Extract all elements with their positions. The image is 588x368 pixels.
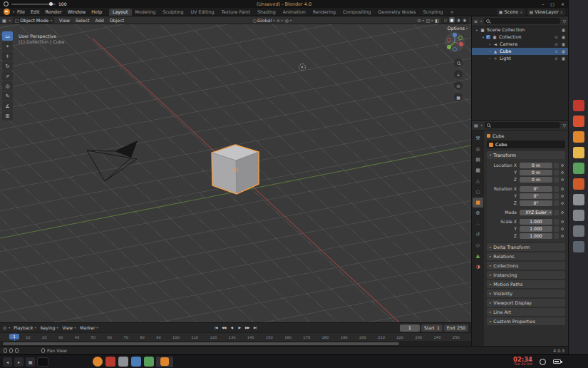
dock-app-7[interactable] xyxy=(573,194,584,205)
animate-decorator-icon[interactable] xyxy=(561,235,564,237)
viewport-menu[interactable]: Add xyxy=(92,18,106,23)
workspace-tab[interactable]: Texture Paint xyxy=(217,9,254,16)
app-grid-button[interactable]: ▦ xyxy=(26,357,35,367)
animate-decorator-icon[interactable] xyxy=(561,202,564,205)
outliner-row-cube[interactable]: • ▲ Cube ⊙ ▣ xyxy=(472,48,568,55)
object-name-field[interactable]: Cube xyxy=(487,140,565,148)
playhead-frame-badge[interactable]: 1 xyxy=(9,334,19,339)
jump-to-end-button[interactable]: ▶| xyxy=(252,324,259,332)
rotate-tool[interactable]: ↻ xyxy=(2,61,13,71)
jump-to-start-button[interactable]: |◀ xyxy=(213,324,220,332)
hide-eye-icon[interactable]: ⊙ xyxy=(554,35,559,39)
lock-icon[interactable] xyxy=(554,226,559,232)
value-field[interactable]: 0° xyxy=(520,186,552,192)
proportional-editing-toggle[interactable]: ▾ xyxy=(285,18,292,23)
editor-type-icon[interactable] xyxy=(2,18,6,23)
blender-logo-icon[interactable] xyxy=(4,9,10,15)
outliner-row-camera[interactable]: • ◄ Camera ⊙ ▣ xyxy=(472,41,568,48)
select-box-tool[interactable]: ▭ xyxy=(2,31,13,41)
timeline-menu[interactable]: View▾ xyxy=(60,325,78,330)
workspace-tab[interactable]: Shading xyxy=(254,9,279,16)
value-field[interactable]: 1.000 xyxy=(520,226,552,232)
workspace-tab[interactable]: Sculpting xyxy=(159,9,187,16)
value-field[interactable]: 0 m xyxy=(520,163,552,168)
timeline-ruler[interactable]: 1020304050607080901001101201301401501601… xyxy=(0,332,471,341)
outliner-row-light[interactable]: • ☼ Light ⊙ ▣ xyxy=(472,55,568,62)
annotate-tool[interactable]: ✎ xyxy=(2,91,13,101)
constraints-tab[interactable]: ◇ xyxy=(473,240,483,250)
outliner-search-field[interactable] xyxy=(484,18,560,24)
animate-decorator-icon[interactable] xyxy=(561,171,564,174)
cube-object[interactable] xyxy=(212,145,259,194)
value-field[interactable]: 0 m xyxy=(520,170,552,175)
modifiers-tab[interactable]: ⚙ xyxy=(473,208,483,218)
dock-app-4[interactable] xyxy=(573,147,584,158)
xray-toggle[interactable] xyxy=(435,18,439,23)
navigation-gizmo[interactable] xyxy=(444,31,465,53)
taskbar-app-3[interactable] xyxy=(118,357,128,367)
properties-search-field[interactable] xyxy=(485,122,561,128)
value-field[interactable]: 1.000 xyxy=(520,233,552,239)
animate-decorator-icon[interactable] xyxy=(561,164,564,167)
value-field[interactable]: 0° xyxy=(520,200,552,206)
object-data-tab[interactable]: ▲ xyxy=(473,251,483,261)
play-reverse-button[interactable]: ◀ xyxy=(229,324,235,332)
workspace-tab[interactable]: + xyxy=(447,9,458,16)
transform-panel-header[interactable]: Transform xyxy=(487,151,565,159)
panel-section-header[interactable]: Custom Properties xyxy=(487,317,565,325)
blender-taskbar-button[interactable] xyxy=(156,357,173,367)
orientation-dropdown[interactable]: Global▾ xyxy=(253,18,274,23)
topbar-menu[interactable]: Edit xyxy=(28,9,43,15)
visibility-dropdown[interactable]: ▾ xyxy=(418,18,424,23)
prev-keyframe-button[interactable]: ◀◀ xyxy=(221,324,227,332)
hide-eye-icon[interactable]: ⊙ xyxy=(554,49,559,53)
lock-icon[interactable] xyxy=(554,210,559,215)
render-tab[interactable]: ◎ xyxy=(473,144,483,154)
topbar-menu[interactable]: Help xyxy=(88,9,105,15)
value-field[interactable]: 1.000 xyxy=(520,219,552,225)
panel-section-header[interactable]: Collections xyxy=(487,262,565,270)
close-button[interactable]: × xyxy=(561,1,564,6)
hide-eye-icon[interactable]: ⊙ xyxy=(554,56,559,61)
dock-app-9[interactable] xyxy=(573,225,584,237)
hide-eye-icon[interactable] xyxy=(554,28,559,32)
measure-tool[interactable]: ∡ xyxy=(2,101,13,111)
lock-icon[interactable] xyxy=(554,177,559,183)
render-visibility-icon[interactable]: ▣ xyxy=(561,42,566,46)
timeline-menu[interactable]: Playback▾ xyxy=(11,325,38,330)
toggle-ortho-icon[interactable] xyxy=(454,93,463,101)
material-shading-icon[interactable] xyxy=(455,17,461,23)
maximize-button[interactable]: □ xyxy=(550,1,555,6)
light-object[interactable] xyxy=(299,64,306,71)
filter-icon[interactable] xyxy=(562,123,566,128)
timeline-menu[interactable]: Marker▾ xyxy=(78,325,100,330)
scrollbar-handle[interactable] xyxy=(3,342,399,345)
material-tab[interactable]: ◑ xyxy=(473,262,483,272)
panel-section-header[interactable]: Line Art xyxy=(487,308,565,316)
render-visibility-icon[interactable]: ▣ xyxy=(561,35,566,39)
hide-eye-icon[interactable]: ⊙ xyxy=(554,42,559,46)
physics-tab[interactable]: ↺ xyxy=(473,230,483,240)
viewlayer-close-icon[interactable] xyxy=(560,9,563,15)
workspace-tab[interactable]: Rendering xyxy=(309,9,339,16)
particles-tab[interactable]: ∴ xyxy=(473,219,483,229)
animate-decorator-icon[interactable] xyxy=(561,178,564,181)
topbar-menu[interactable]: File xyxy=(14,9,28,15)
scene-close-icon[interactable] xyxy=(520,9,522,15)
forward-arrow-button[interactable]: ▸ xyxy=(14,357,24,367)
taskbar-app-browser[interactable] xyxy=(93,357,103,367)
dock-app-2[interactable] xyxy=(573,116,584,127)
dock-app-3[interactable] xyxy=(573,131,584,143)
next-keyframe-button[interactable]: ▶▶ xyxy=(244,324,251,332)
scene-tab[interactable]: △ xyxy=(473,176,483,186)
transform-tool[interactable]: ◎ xyxy=(2,81,13,91)
lock-icon[interactable] xyxy=(554,219,559,225)
lock-icon[interactable] xyxy=(554,233,559,239)
pan-view-icon[interactable] xyxy=(454,70,463,78)
camera-view-icon[interactable] xyxy=(454,81,463,90)
options-dropdown[interactable]: Options▾ xyxy=(448,26,468,31)
lock-icon[interactable] xyxy=(554,200,559,206)
animate-decorator-icon[interactable] xyxy=(561,228,564,230)
camera-object[interactable] xyxy=(87,140,138,181)
lock-icon[interactable] xyxy=(554,186,559,192)
